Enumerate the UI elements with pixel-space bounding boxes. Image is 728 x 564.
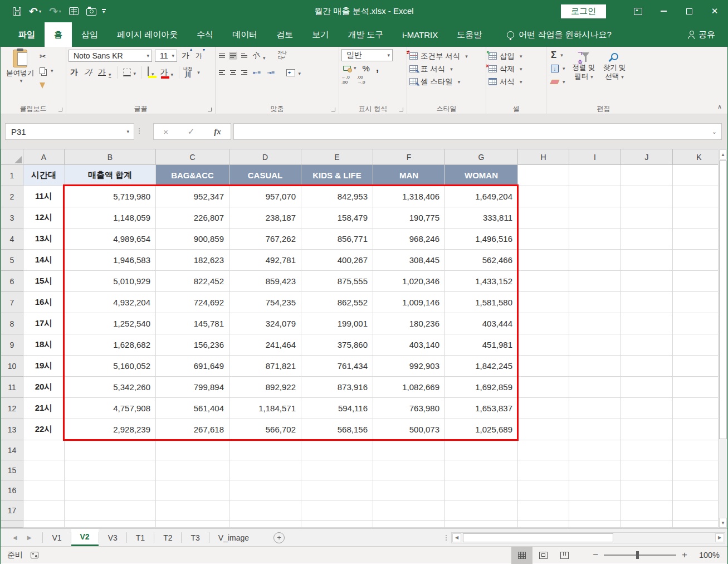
cell-J2[interactable] xyxy=(621,186,673,207)
cell-A17[interactable] xyxy=(23,500,65,521)
row-header-11[interactable]: 11 xyxy=(1,377,23,398)
zoom-level[interactable]: 100% xyxy=(691,551,720,560)
cell-A2[interactable]: 11시 xyxy=(23,186,65,207)
zoom-slider[interactable] xyxy=(604,555,676,556)
cell-C12[interactable]: 561,404 xyxy=(156,398,229,419)
cell-A13[interactable]: 22시 xyxy=(23,419,65,440)
sort-filter-button[interactable]: ㄱㅎ 정렬 및 필터▾ xyxy=(569,48,599,104)
insert-function-button[interactable]: fx xyxy=(214,127,221,137)
cell-D15[interactable] xyxy=(229,460,301,480)
cell-I14[interactable] xyxy=(569,440,621,460)
close-button[interactable]: ✕ xyxy=(702,0,727,22)
cell-G2[interactable]: 1,649,204 xyxy=(445,186,518,207)
cell-I3[interactable] xyxy=(569,207,621,228)
cell-I12[interactable] xyxy=(569,398,621,419)
cell-I10[interactable] xyxy=(569,356,621,377)
menu-tab-보기[interactable]: 보기 xyxy=(302,22,338,47)
format-cells-button[interactable]: 서식▾ xyxy=(488,75,544,88)
cell-G16[interactable] xyxy=(445,480,518,500)
cell-C4[interactable]: 900,859 xyxy=(156,228,229,250)
cut-button[interactable]: ✂ xyxy=(38,51,55,62)
menu-tab-홈[interactable]: 홈 xyxy=(45,22,72,47)
cell-J3[interactable] xyxy=(621,207,673,228)
cell-D11[interactable]: 892,922 xyxy=(229,377,301,398)
orientation-button[interactable]: 가▾ xyxy=(251,50,267,61)
format-painter-button[interactable] xyxy=(38,80,55,91)
paste-button[interactable]: 붙여넣기 ▾ xyxy=(3,48,37,104)
cell-E12[interactable]: 594,116 xyxy=(301,398,373,419)
menu-tab-데이터[interactable]: 데이터 xyxy=(223,22,267,47)
cell-B8[interactable]: 1,252,540 xyxy=(65,313,156,334)
row-header-1[interactable]: 1 xyxy=(1,165,23,186)
zoom-in-button[interactable]: + xyxy=(678,550,691,561)
cell-F16[interactable] xyxy=(373,480,445,500)
cell-G15[interactable] xyxy=(445,460,518,480)
cell-C8[interactable]: 145,781 xyxy=(156,313,229,334)
increase-decimal-button[interactable]: ←.0 .00 xyxy=(341,75,350,85)
sheet-nav-right-icon[interactable]: ▶ xyxy=(27,534,32,541)
cell-D6[interactable]: 859,423 xyxy=(229,271,301,292)
wrap-text-button[interactable]: 가나 다↵ xyxy=(278,51,287,61)
cell-F5[interactable]: 308,445 xyxy=(373,250,445,271)
cell-I8[interactable] xyxy=(569,313,621,334)
cell-I13[interactable] xyxy=(569,419,621,440)
cell-C6[interactable]: 822,452 xyxy=(156,271,229,292)
insert-cells-button[interactable]: ⇖삽입▾ xyxy=(488,50,544,62)
cell-H17[interactable] xyxy=(518,500,569,521)
align-left-button[interactable] xyxy=(218,69,226,77)
row-header-18[interactable] xyxy=(1,521,23,528)
cell-H3[interactable] xyxy=(518,207,569,228)
menu-tab-삽입[interactable]: 삽입 xyxy=(72,22,108,47)
cell-C3[interactable]: 226,807 xyxy=(156,207,229,228)
cell-J12[interactable] xyxy=(621,398,673,419)
paste-dropdown-icon[interactable]: ▾ xyxy=(20,78,23,84)
zoom-slider-thumb[interactable] xyxy=(636,551,639,559)
format-as-table-button[interactable]: ✎표 서식▾ xyxy=(409,62,483,75)
sheet-tab-V2[interactable]: V2 xyxy=(71,529,99,546)
cell-D13[interactable]: 566,702 xyxy=(229,419,301,440)
cell-C1[interactable]: BAG&ACC xyxy=(156,165,229,186)
cell-J13[interactable] xyxy=(621,419,673,440)
comma-style-button[interactable]: , xyxy=(374,62,380,75)
cell-C17[interactable] xyxy=(156,500,229,521)
cell-A9[interactable]: 18시 xyxy=(23,334,65,356)
cell-J7[interactable] xyxy=(621,292,673,313)
cell-F2[interactable]: 1,318,406 xyxy=(373,186,445,207)
merge-center-button[interactable]: ▾ xyxy=(285,69,302,77)
cell-I15[interactable] xyxy=(569,460,621,480)
conditional-formatting-button[interactable]: ≠조건부 서식▾ xyxy=(409,50,483,62)
cell-C7[interactable]: 724,692 xyxy=(156,292,229,313)
cell-H9[interactable] xyxy=(518,334,569,356)
tell-me-box[interactable]: 어떤 작업을 원하시나요? xyxy=(507,22,612,47)
cell-H7[interactable] xyxy=(518,292,569,313)
cell-E15[interactable] xyxy=(301,460,373,480)
cell-G6[interactable]: 1,433,152 xyxy=(445,271,518,292)
col-header-C[interactable]: C xyxy=(156,149,229,165)
sheet-tab-T1[interactable]: T1 xyxy=(127,529,154,546)
table-view-button[interactable] xyxy=(69,7,79,15)
formula-input[interactable]: ⌄ xyxy=(233,123,722,140)
cell-D2[interactable]: 957,070 xyxy=(229,186,301,207)
camera-button[interactable] xyxy=(86,7,96,16)
horizontal-scrollbar[interactable]: ◀ ▶ xyxy=(451,532,725,543)
col-header-B[interactable]: B xyxy=(65,149,156,165)
cell-A15[interactable] xyxy=(23,460,65,480)
cell-E14[interactable] xyxy=(301,440,373,460)
menu-tab-개발 도구[interactable]: 개발 도구 xyxy=(338,22,393,47)
cell-D18[interactable] xyxy=(229,521,301,528)
autosum-button[interactable]: Σ▾ xyxy=(550,50,566,61)
top-align-button[interactable] xyxy=(218,52,226,60)
cell-A14[interactable] xyxy=(23,440,65,460)
cell-F15[interactable] xyxy=(373,460,445,480)
copy-button[interactable]: ▾ xyxy=(38,65,55,76)
name-box[interactable]: P31 ▾ xyxy=(5,123,134,140)
cell-B5[interactable]: 1,946,583 xyxy=(65,250,156,271)
phonetic-guide-button[interactable]: 내천川 xyxy=(183,67,192,78)
cell-J16[interactable] xyxy=(621,480,673,500)
cell-F13[interactable]: 500,073 xyxy=(373,419,445,440)
number-dialog-launcher[interactable] xyxy=(399,108,403,111)
col-header-J[interactable]: J xyxy=(621,149,673,165)
sheet-tab-V3[interactable]: V3 xyxy=(99,529,126,546)
cell-I5[interactable] xyxy=(569,250,621,271)
cell-J8[interactable] xyxy=(621,313,673,334)
